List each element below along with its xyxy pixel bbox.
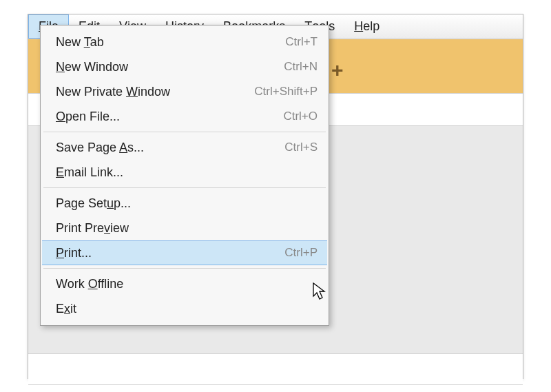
menu-item-label-post: s...: [127, 141, 144, 154]
menu-item-label-accel: O: [56, 110, 65, 123]
menu-item-print[interactable]: Print...Ctrl+P: [42, 240, 327, 265]
menu-item-open-file[interactable]: Open File...Ctrl+O: [42, 104, 327, 129]
menu-item-label-post: mail Link...: [64, 165, 123, 179]
menu-item-label-pre: Page Set: [56, 196, 107, 210]
menu-item-label: Email Link...: [56, 165, 318, 180]
menu-item-label-post: iew: [110, 221, 129, 235]
menu-label-post: elp: [363, 19, 380, 34]
menu-separator: [43, 132, 326, 132]
menu-item-shortcut: Ctrl+N: [284, 60, 318, 74]
menu-item-shortcut: Ctrl+Shift+P: [254, 85, 318, 99]
menu-item-label: Open File...: [56, 110, 283, 124]
menu-item-label-post: ew Window: [65, 60, 128, 74]
menu-item-exit[interactable]: Exit: [42, 296, 327, 321]
menu-item-save-page-as[interactable]: Save Page As...Ctrl+S: [42, 135, 327, 160]
menu-item-shortcut: Ctrl+T: [285, 35, 318, 49]
menu-item-label-post: pen File...: [65, 110, 120, 123]
menu-item-label-pre: New Private: [56, 85, 126, 99]
menu-item-label-post: ab: [90, 35, 104, 49]
menu-item-label-post: rint...: [64, 246, 92, 260]
menu-item-label-accel: u: [107, 196, 114, 210]
menu-item-print-preview[interactable]: Print Preview: [42, 216, 327, 240]
menu-item-label-post: p...: [114, 196, 131, 210]
content-band: [28, 353, 523, 385]
menu-item-work-offline[interactable]: Work Offline: [42, 271, 327, 296]
menu-separator: [43, 268, 326, 269]
menu-item-label: Save Page As...: [56, 141, 284, 155]
menu-separator: [43, 187, 326, 188]
menu-item-label-pre: Print Pre: [56, 221, 104, 235]
menu-item-new-private-window[interactable]: New Private WindowCtrl+Shift+P: [42, 79, 327, 104]
menu-item-label: New Private Window: [56, 85, 254, 99]
menu-item-shortcut: Ctrl+S: [284, 141, 318, 154]
menu-item-new-window[interactable]: New WindowCtrl+N: [42, 54, 327, 79]
menu-help[interactable]: Help: [344, 14, 389, 39]
menu-item-new-tab[interactable]: New TabCtrl+T: [42, 30, 327, 54]
new-tab-plus-icon[interactable]: +: [331, 59, 344, 82]
menu-item-label-pre: Work: [56, 277, 88, 291]
menu-item-label: Page Setup...: [56, 196, 318, 211]
menu-item-label-pre: New: [56, 35, 84, 49]
menu-item-label-accel: T: [84, 35, 90, 49]
menu-item-label-pre: Save Page: [56, 141, 119, 154]
menu-item-label-accel: W: [126, 85, 138, 99]
menu-item-label: Exit: [56, 302, 318, 316]
menu-item-label-accel: O: [88, 277, 98, 291]
menu-item-label-accel: x: [64, 302, 70, 316]
menu-item-label: New Tab: [56, 35, 285, 50]
menu-item-label-accel: N: [56, 60, 65, 74]
menu-item-label: Work Offline: [56, 277, 318, 291]
menu-item-shortcut: Ctrl+O: [283, 110, 318, 123]
menu-item-label: Print Preview: [56, 221, 318, 236]
menu-item-label-post: ffline: [98, 277, 124, 291]
menu-label-accel: H: [354, 19, 363, 34]
menu-item-page-setup[interactable]: Page Setup...: [42, 191, 327, 216]
menu-item-label-accel: A: [119, 141, 127, 154]
menu-item-shortcut: Ctrl+P: [284, 246, 318, 260]
menu-item-label: New Window: [56, 60, 284, 74]
menu-item-label-accel: E: [56, 165, 64, 179]
menu-item-label-pre: E: [56, 302, 64, 316]
menu-item-email-link[interactable]: Email Link...: [42, 160, 327, 185]
menu-item-label-accel: P: [56, 246, 64, 260]
menu-item-label-post: it: [70, 302, 76, 316]
menu-item-label: Print...: [56, 246, 284, 260]
file-menu-dropdown: New TabCtrl+TNew WindowCtrl+NNew Private…: [40, 25, 329, 326]
menu-item-label-accel: v: [104, 221, 110, 235]
menu-item-label-post: indow: [138, 85, 170, 99]
